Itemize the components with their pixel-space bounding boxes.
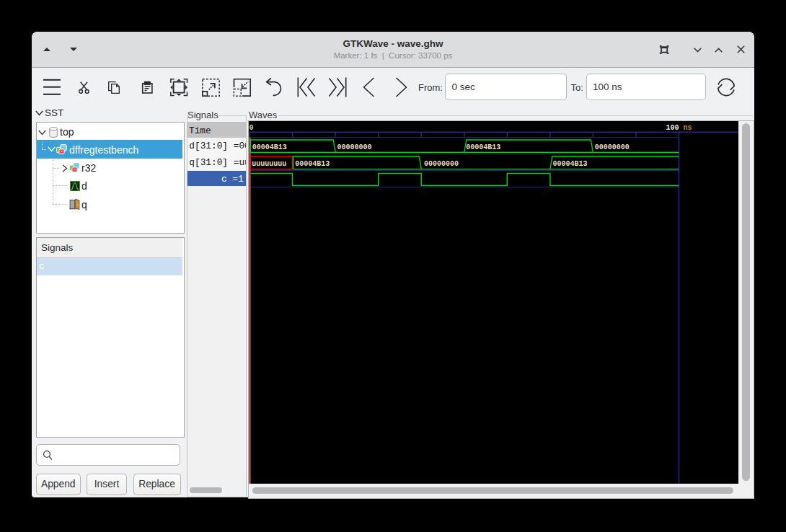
svg-text:uuuuuuuu: uuuuuuuu	[252, 160, 286, 168]
svg-text:00000000: 00000000	[424, 160, 459, 168]
svg-text:00004B13: 00004B13	[466, 143, 500, 151]
svg-text:ns: ns	[684, 124, 692, 132]
svg-text:00004B13: 00004B13	[252, 143, 287, 151]
svg-text:00004B13: 00004B13	[553, 160, 588, 168]
svg-text:100: 100	[666, 124, 679, 132]
svg-text:0: 0	[250, 124, 254, 132]
svg-text:00000000: 00000000	[337, 143, 372, 151]
svg-text:00000000: 00000000	[595, 143, 630, 151]
svg-text:00004B13: 00004B13	[295, 160, 330, 168]
